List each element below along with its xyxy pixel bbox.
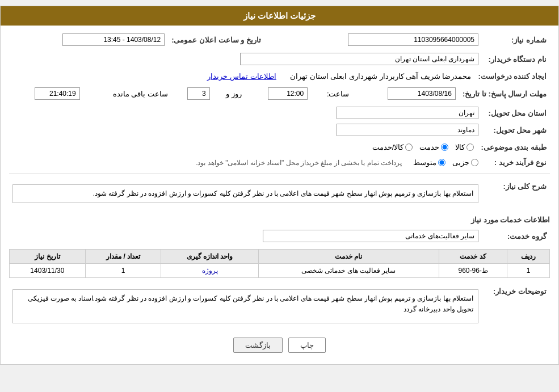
services-section-title: اطلاعات خدمات مورد نیاز — [9, 216, 550, 224]
print-button[interactable]: چاپ — [288, 338, 326, 353]
radio-kala-khedmat-input[interactable] — [405, 144, 413, 151]
th-nam: نام خدمت — [258, 250, 439, 264]
radio-motawaset-input[interactable] — [438, 159, 445, 166]
value-tarikh — [9, 31, 168, 48]
mohlet-table: مهلت ارسال پاسخ: تا تاریخ: ساعت: روز و س… — [9, 85, 550, 102]
radio-motawaset[interactable]: متوسط — [413, 158, 445, 167]
label-groh: گروه خدمت: — [482, 227, 550, 245]
top-info-table: شماره نیاز: تاریخ و ساعت اعلان عمومی: — [9, 31, 550, 48]
value-tabaqe: کالا خدمت کالا/خدمت — [9, 141, 477, 154]
radio-kala-input[interactable] — [466, 144, 474, 151]
label-creator: ایجاد کننده درخواست: — [474, 70, 550, 83]
cell-vahed: پروژه — [161, 264, 258, 278]
noe-farayand-table: نوع فرآیند خرید : جزیی متوسط — [9, 156, 550, 169]
header-bar: جزئیات اطلاعات نیاز — [1, 6, 558, 26]
label-shomare: شماره نیاز: — [482, 31, 550, 48]
table-header-row: ردیف کد خدمت نام خدمت واحد اندازه گیری ت… — [10, 250, 550, 264]
services-table: ردیف کد خدمت نام خدمت واحد اندازه گیری ت… — [9, 249, 550, 278]
radio-jozii[interactable]: جزیی — [452, 158, 478, 167]
row-dastgah: نام دستگاه خریدار: — [9, 50, 550, 68]
row-groh: گروه خدمت: — [9, 227, 550, 245]
main-container: جزئیات اطلاعات نیاز شماره نیاز: تاریخ و … — [0, 6, 559, 365]
value-dastgah — [9, 50, 482, 68]
row-shahr: شهر محل تحویل: — [9, 121, 550, 138]
label-roz: روز و — [213, 85, 245, 102]
label-shahr: شهر محل تحویل: — [482, 121, 550, 138]
label-tabaqe: طبقه بندی موضوعی: — [477, 141, 550, 154]
page-title: جزئیات اطلاعات نیاز — [243, 11, 316, 20]
row-noe-farayand: نوع فرآیند خرید : جزیی متوسط — [9, 156, 550, 169]
toseif-table: توضیحات خریدار: استعلام بها بازسازی و تر… — [9, 284, 550, 329]
radio-kala-label: کالا — [455, 143, 465, 151]
value-ostan — [9, 104, 482, 121]
content-area: شماره نیاز: تاریخ و ساعت اعلان عمومی: نا… — [1, 26, 558, 364]
value-sharh: استعلام بها بازسازی و ترمیم پوش انهار سط… — [9, 179, 482, 209]
input-shomare[interactable] — [348, 33, 478, 46]
th-tedad: تعداد / مقدار — [85, 250, 161, 264]
radio-khedmat[interactable]: خدمت — [419, 143, 448, 151]
label-noe-farayand: نوع فرآیند خرید : — [482, 156, 550, 169]
radio-khedmat-input[interactable] — [441, 144, 448, 151]
value-toseif: استعلام بها بازسازی و ترمیم پوش انهار سط… — [9, 284, 482, 329]
label-dastgah: نام دستگاه خریدار: — [482, 50, 550, 68]
button-row: چاپ بازگشت — [9, 338, 550, 353]
sharh-table: شرح کلی نیاز: استعلام بها بازسازی و ترمی… — [9, 179, 550, 209]
services-table-head: ردیف کد خدمت نام خدمت واحد اندازه گیری ت… — [10, 250, 550, 264]
creator-table: ایجاد کننده درخواست: محمدرضا شریف آهی کا… — [9, 70, 550, 83]
farayand-note: پرداخت تمام یا بخشی از مبلغ خریداز محل "… — [196, 159, 402, 167]
radio-kala-khedmat[interactable]: کالا/خدمت — [372, 143, 413, 151]
value-groh — [9, 227, 482, 245]
value-shahr — [9, 121, 482, 138]
th-radif: ردیف — [507, 250, 550, 264]
value-creator: محمدرضا شریف آهی کاربردار شهرداری ابعلی … — [9, 70, 474, 83]
label-tarikh: تاریخ و ساعت اعلان عمومی: — [168, 31, 264, 48]
cell-tarikh: 1403/11/30 — [10, 264, 86, 278]
cell-tedad: 1 — [85, 264, 161, 278]
radio-kala[interactable]: کالا — [455, 143, 474, 151]
value-remaining — [9, 85, 83, 102]
row-creator: ایجاد کننده درخواست: محمدرضا شریف آهی کا… — [9, 70, 550, 83]
row-toseif: توضیحات خریدار: استعلام بها بازسازی و تر… — [9, 284, 550, 329]
radio-motawaset-label: متوسط — [413, 158, 436, 167]
radio-kala-khedmat-label: کالا/خدمت — [372, 143, 404, 151]
label-saat: ساعت: — [311, 85, 352, 102]
dastgah-table: نام دستگاه خریدار: — [9, 50, 550, 68]
th-kod: کد خدمت — [439, 250, 507, 264]
back-button[interactable]: بازگشت — [233, 338, 283, 353]
label-ostan: استان محل تحویل: — [482, 104, 550, 121]
radio-jozii-label: جزیی — [452, 158, 469, 167]
input-groh[interactable] — [263, 230, 478, 242]
input-remaining[interactable] — [35, 87, 80, 100]
input-date[interactable] — [388, 87, 456, 100]
row-shomare-tarikh: شماره نیاز: تاریخ و ساعت اعلان عمومی: — [9, 31, 550, 48]
input-tarikh[interactable] — [62, 33, 165, 46]
divider-1 — [9, 174, 550, 174]
value-shomare — [281, 31, 482, 48]
row-ostan: استان محل تحویل: — [9, 104, 550, 121]
sharh-box: استعلام بها بازسازی و ترمیم پوش انهار سط… — [12, 184, 478, 203]
label-mohlet: مهلت ارسال پاسخ: تا تاریخ: — [459, 85, 550, 102]
input-roz[interactable] — [187, 87, 210, 100]
input-time[interactable] — [268, 87, 308, 100]
input-shahr[interactable] — [337, 124, 478, 136]
value-time — [245, 85, 311, 102]
radio-khedmat-label: خدمت — [419, 143, 439, 151]
table-row: 1 ط-96-960 سایر فعالیت های خدماتی شخصی پ… — [10, 264, 550, 278]
cell-radif: 1 — [507, 264, 550, 278]
toseif-box: استعلام بها بازسازی و ترمیم پوش انهار سط… — [12, 289, 478, 323]
value-roz — [171, 85, 213, 102]
row-mohlet: مهلت ارسال پاسخ: تا تاریخ: ساعت: روز و س… — [9, 85, 550, 102]
radio-jozii-input[interactable] — [471, 159, 478, 166]
sharh-text: استعلام بها بازسازی و ترمیم پوش انهار سط… — [93, 189, 473, 197]
cell-nam: سایر فعالیت های خدماتی شخصی — [258, 264, 439, 278]
tabaqe-table: طبقه بندی موضوعی: کالا خدمت — [9, 141, 550, 154]
th-tarikh: تاریخ نیاز — [10, 250, 86, 264]
value-date — [353, 85, 459, 102]
link-contact[interactable]: اطلاعات تماس خریدار — [207, 72, 276, 81]
location-table: استان محل تحویل: شهر محل تحویل: — [9, 104, 550, 138]
input-dastgah[interactable] — [240, 53, 478, 65]
services-table-body: 1 ط-96-960 سایر فعالیت های خدماتی شخصی پ… — [10, 264, 550, 278]
value-noe-farayand: جزیی متوسط پرداخت تمام یا بخشی از مبلغ خ… — [9, 156, 482, 169]
tabaqe-radio-group: کالا خدمت کالا/خدمت — [12, 143, 474, 151]
input-ostan[interactable] — [337, 107, 478, 119]
